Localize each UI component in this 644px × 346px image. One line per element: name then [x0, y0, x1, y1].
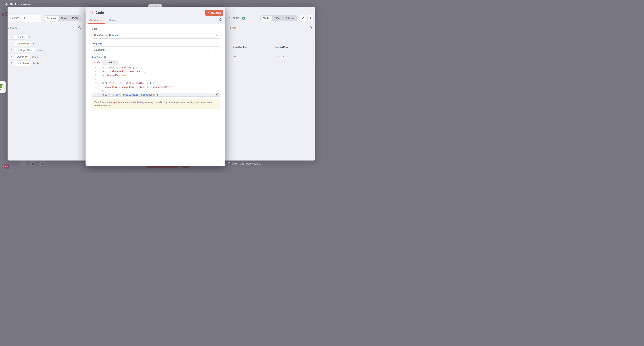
tab-parameters[interactable]: Parameters	[90, 18, 103, 24]
input-items-count: 16 items	[8, 26, 17, 29]
ask-ai-label: Ask AI	[108, 61, 115, 64]
input-node-selector: INPUT If	[8, 14, 41, 22]
output-items-row: 1 item	[230, 26, 312, 29]
field-value: 161.1	[32, 55, 38, 58]
code-line-2: 2let totalBooked = items.length;	[92, 70, 220, 73]
code-editor[interactable]: 1let items = $input.all();2let totalBook…	[92, 64, 220, 96]
edit-output-button[interactable]	[300, 15, 306, 21]
expand-editor-button[interactable]	[215, 92, 219, 96]
field-name: employeeName	[15, 48, 35, 52]
code-line-3: 3let bookedSum = 0;	[92, 73, 220, 77]
input-tab-schema[interactable]: Schema	[44, 16, 58, 21]
schema-row-orderstatus: A orderStatus booked	[8, 61, 82, 66]
field-name: orderID	[15, 35, 27, 40]
output-col-bookedsum: bookedSum	[272, 43, 314, 51]
modal-header: {} Code Test step Parameters Docs	[86, 7, 226, 24]
input-node-select-value: If	[24, 17, 25, 20]
editor-label: JavaScript	[92, 56, 102, 58]
output-view-tabs: Table JSON Schema	[260, 15, 297, 21]
editor-hint: Type $ for a list of special vars/method…	[92, 99, 220, 109]
language-select[interactable]: JavaScript	[92, 46, 220, 53]
schema-pill-orderid[interactable]: # orderID	[8, 34, 27, 40]
node-settings-button[interactable]	[219, 18, 222, 22]
output-table-row[interactable]: 16 2251.14	[230, 51, 314, 62]
field-name: customerID	[15, 41, 31, 46]
field-value: 5	[33, 42, 34, 45]
output-search-icon[interactable]	[309, 26, 312, 29]
output-cell-totalbooked: 16	[230, 51, 272, 62]
number-type-icon: #	[8, 35, 15, 40]
field-name: orderPrice	[15, 54, 30, 59]
input-items-row: 16 items	[8, 26, 81, 29]
editor-tabs: Code Ask AI	[92, 60, 220, 65]
code-line-5: 5∨for(let i=0; i < items.length; i++) {	[92, 81, 220, 85]
field-value: 2	[29, 36, 30, 38]
output-col-totalbooked: totalBooked	[230, 43, 272, 51]
code-line-7: 7}	[92, 89, 220, 93]
if-node-preview-card[interactable]	[0, 81, 6, 93]
input-node-select[interactable]: If	[22, 15, 41, 22]
code-line-1: 1let items = $input.all();	[92, 66, 220, 70]
schema-pill-orderstatus[interactable]: A orderStatus	[8, 61, 31, 66]
language-select-value: JavaScript	[94, 48, 105, 51]
node-feedback-label: I wish this node would...	[232, 162, 261, 165]
editor-tab-ask-ai[interactable]: Ask AI	[102, 60, 118, 65]
schema-pill-customerid[interactable]: # customerID	[8, 41, 31, 46]
code-node-modal: {} Code Test step Parameters Docs Mode R…	[86, 7, 226, 166]
user-avatar[interactable]: KM	[4, 164, 10, 169]
tab-docs[interactable]: Docs	[109, 18, 115, 24]
editor-label-row: JavaScript ?	[92, 56, 220, 58]
chevron-down-icon	[37, 17, 39, 20]
input-search-icon[interactable]	[78, 26, 81, 29]
success-check-icon	[242, 16, 245, 20]
node-title[interactable]: Code	[96, 11, 104, 14]
mode-select[interactable]: Run Once for All Items	[92, 32, 220, 38]
chevron-down-icon	[215, 49, 218, 51]
output-tab-table[interactable]: Table	[260, 16, 272, 21]
console-log-snippet: console.log()	[154, 101, 170, 104]
schema-row-orderid: # orderID 2	[8, 34, 82, 40]
pin-output-button[interactable]	[308, 15, 314, 21]
node-title-row: {} Code	[89, 10, 104, 14]
schema-pill-orderprice[interactable]: # orderPrice	[8, 54, 30, 59]
flask-icon	[207, 12, 210, 14]
back-to-canvas-label: Back to canvas	[10, 3, 31, 6]
input-tab-table[interactable]: Table	[58, 16, 69, 21]
output-table-header-row: totalBooked bookedSum	[230, 43, 314, 51]
zoom-in-button[interactable]	[30, 161, 36, 166]
pin-icon	[309, 17, 312, 20]
test-step-button[interactable]: Test step	[205, 10, 223, 16]
zoom-out-button[interactable]	[40, 161, 46, 166]
field-name: orderStatus	[15, 61, 31, 66]
output-tab-json[interactable]: JSON	[272, 16, 283, 21]
field-value: booked	[33, 62, 41, 64]
output-cell-bookedsum: 2251.14	[272, 51, 314, 62]
zoom-to-fit-button[interactable]	[20, 161, 26, 166]
gear-icon	[219, 18, 222, 21]
back-to-canvas-button[interactable]: Back to canvas	[5, 2, 31, 6]
field-value: Mario	[38, 49, 44, 52]
editor-tab-code[interactable]: Code	[92, 60, 102, 65]
string-type-icon: A	[8, 61, 15, 66]
code-line-6: 6 bookedSum = bookedSum + items[i].json.…	[92, 85, 220, 89]
output-panel-label: OUTPUT	[228, 17, 240, 20]
code-editor-lines: 1let items = $input.all();2let totalBook…	[92, 65, 220, 96]
help-icon[interactable]: ?	[104, 56, 106, 58]
mode-select-value: Run Once for All Items	[94, 34, 118, 36]
special-vars-link[interactable]: special vars/methods	[113, 101, 136, 104]
output-panel-header: OUTPUT	[228, 16, 245, 20]
parameters-panel: Mode Run Once for All Items Language Jav…	[92, 24, 220, 109]
schema-pill-employeename[interactable]: A employeeName	[8, 48, 36, 53]
input-panel-label: INPUT	[8, 15, 22, 22]
input-tab-json[interactable]: JSON	[69, 16, 80, 21]
number-type-icon: #	[8, 41, 15, 46]
output-tab-schema[interactable]: Schema	[283, 16, 296, 21]
zoom-out-icon	[41, 162, 44, 165]
chevron-down-icon	[215, 34, 218, 36]
language-label: Language	[92, 42, 220, 45]
node-feedback-prompt[interactable]: I wish this node would...	[228, 162, 261, 165]
output-items-count: 1 item	[230, 26, 236, 29]
sparkles-icon	[105, 61, 107, 64]
expand-icon	[216, 93, 218, 95]
code-line-4: 4	[92, 77, 220, 81]
